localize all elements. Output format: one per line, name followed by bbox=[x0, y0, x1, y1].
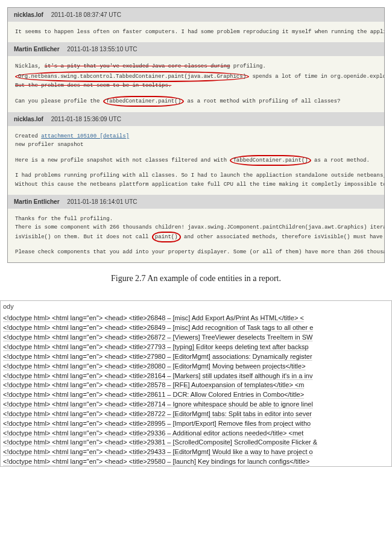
comment-time: 2011-01-18 15:36:09 UTC bbox=[51, 116, 121, 122]
comment-text: It seems to happen less often on faster … bbox=[15, 29, 384, 35]
comment-text: There is some component with 266 thousan… bbox=[15, 223, 377, 232]
code-row: <!doctype html> <html lang="en"> <head> … bbox=[1, 380, 391, 390]
code-entity-circled: TabbedContainer.paint() bbox=[103, 96, 184, 107]
comment-text: spends a lot of time in org.openide.expl… bbox=[249, 74, 384, 80]
code-row: <!doctype html> <html lang="en"> <head> … bbox=[1, 342, 391, 352]
code-row: <!doctype html> <html lang="en"> <head> … bbox=[1, 323, 391, 332]
comment-header: Martin Entlicher 2011-01-18 13:55:10 UTC bbox=[8, 42, 384, 56]
comment-text: But the problem does not seem to be in t… bbox=[15, 81, 377, 90]
comment-text: Thanks for the full profiling. bbox=[15, 215, 377, 223]
comment-header: Martin Entlicher 2011-01-18 16:14:01 UTC bbox=[8, 195, 384, 209]
code-row: <!doctype html> <html lang="en"> <head> … bbox=[1, 457, 391, 466]
bug-report-screenshot: nicklas.lof 2011-01-18 08:37:47 UTC It s… bbox=[7, 7, 385, 263]
comment-text: profiling. bbox=[230, 63, 265, 69]
code-row: <!doctype html> <html lang="en"> <head> … bbox=[1, 332, 391, 342]
comment-body: Nicklas, it's a pity that you've exclude… bbox=[8, 56, 384, 112]
comment-author: Martin Entlicher bbox=[14, 198, 60, 205]
comment-time: 2011-01-18 13:55:10 UTC bbox=[67, 46, 137, 52]
code-row: <!doctype html> <html lang="en"> <head> … bbox=[1, 399, 391, 409]
code-row: <!doctype html> <html lang="en"> <head> … bbox=[1, 428, 391, 438]
code-entity-circled: Org.netbeans.swing.tabcontrol.TabbedCont… bbox=[15, 71, 249, 82]
comment-header: nicklas.lof 2011-01-18 08:37:47 UTC bbox=[8, 8, 384, 22]
code-row: <!doctype html> <html lang="en"> <head> … bbox=[1, 409, 391, 419]
code-row: <!doctype html> <html lang="en"> <head> … bbox=[1, 313, 391, 323]
comment-text: isVisible() on them. But it does not cal… bbox=[15, 234, 152, 240]
comment-text: new profiler snapshot bbox=[15, 141, 377, 149]
comment-text: and other associated methods, therefore … bbox=[181, 234, 384, 240]
comment-text: Can you please profile the bbox=[15, 98, 103, 104]
listing-rows: <!doctype html> <html lang="en"> <head> … bbox=[1, 313, 391, 466]
listing-corner-label: ody bbox=[1, 301, 391, 313]
code-row: <!doctype html> <html lang="en"> <head> … bbox=[1, 371, 391, 381]
comment-text: Here is a new profile snapshot with not … bbox=[15, 157, 230, 163]
comment-author: Martin Entlicher bbox=[14, 46, 60, 52]
comment-body: It seems to happen less often on faster … bbox=[8, 22, 384, 42]
comment-text: Created bbox=[15, 133, 41, 139]
figure-caption: Figure 2.7 An example of code entities i… bbox=[0, 274, 392, 283]
comment-body: Thanks for the full profiling. There is … bbox=[8, 209, 384, 263]
attachment-link[interactable]: attachment 105100 [details] bbox=[41, 133, 129, 139]
code-row: <!doctype html> <html lang="en"> <head> … bbox=[1, 390, 391, 399]
comment-header: nicklas.lof 2011-01-18 15:36:09 UTC bbox=[8, 112, 384, 126]
code-listing-box: ody <!doctype html> <html lang="en"> <he… bbox=[0, 300, 392, 467]
comment-text: Without this cause the netbeans plattfor… bbox=[15, 180, 377, 189]
comment-text: Please check components that you add int… bbox=[15, 248, 377, 256]
code-entity-circled: TabbedContainer.paint() bbox=[230, 155, 311, 166]
code-row: <!doctype html> <html lang="en"> <head> … bbox=[1, 447, 391, 457]
code-row: <!doctype html> <html lang="en"> <head> … bbox=[1, 419, 391, 428]
comment-author: nicklas.lof bbox=[14, 116, 43, 122]
comment-author: nicklas.lof bbox=[14, 11, 43, 18]
comment-time: 2011-01-18 08:37:47 UTC bbox=[51, 11, 121, 18]
comment-time: 2011-01-18 16:14:01 UTC bbox=[67, 198, 137, 205]
code-row: <!doctype html> <html lang="en"> <head> … bbox=[1, 361, 391, 371]
comment-text: I had problems running profiling with al… bbox=[15, 171, 377, 180]
code-entity-circled: paint() bbox=[152, 232, 181, 242]
comment-text: it's a pity that you've excluded Java co… bbox=[45, 63, 230, 69]
comment-body: Created attachment 105100 [details] new … bbox=[8, 126, 384, 195]
code-row: <!doctype html> <html lang="en"> <head> … bbox=[1, 352, 391, 361]
comment-text: as a root method with profiling of all c… bbox=[184, 98, 340, 104]
comment-text: Nicklas, bbox=[15, 63, 45, 69]
code-row: <!doctype html> <html lang="en"> <head> … bbox=[1, 437, 391, 447]
comment-text: as a root method. bbox=[311, 157, 370, 163]
